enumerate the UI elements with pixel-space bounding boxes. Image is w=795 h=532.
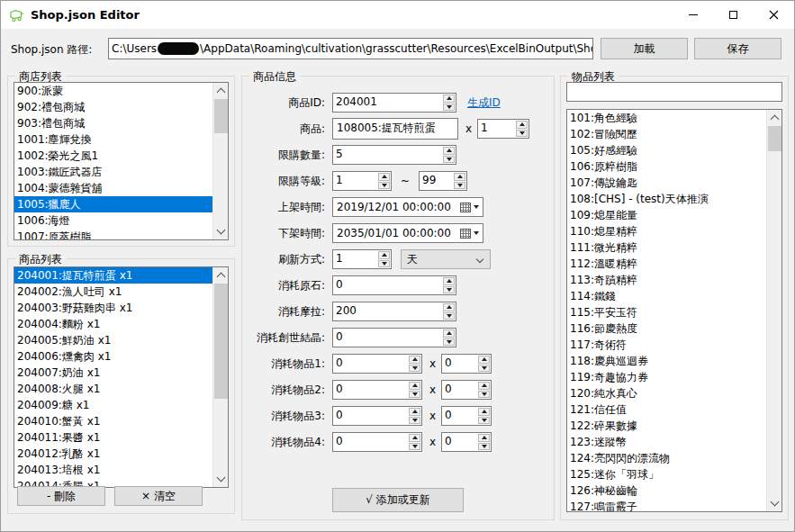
goods-listbox[interactable]: 204001:提瓦特煎蛋 x1204002:漁人吐司 x1204003:野菇雞肉… — [14, 266, 229, 488]
list-item[interactable]: 102:冒險閱歷 — [567, 126, 766, 142]
add-or-update-button[interactable]: √ 添加或更新 — [332, 488, 464, 512]
list-item[interactable]: 118:慶典巡迴券 — [567, 353, 766, 369]
list-item[interactable]: 204009:糖 x1 — [14, 397, 212, 413]
list-item[interactable]: 126:神秘齒輪 — [567, 482, 766, 499]
list-item[interactable]: 204010:蟹黃 x1 — [14, 413, 212, 429]
item-input[interactable]: 108005:提瓦特煎蛋 — [332, 118, 458, 140]
list-item[interactable]: 1004:蒙德雜貨舖 — [14, 180, 212, 196]
spin-down-button[interactable] — [454, 182, 465, 190]
list-item[interactable]: 113:奇蹟精粹 — [567, 272, 766, 288]
cost-item-4-id-spinner[interactable]: 0 — [332, 432, 422, 452]
level-max-spinner[interactable]: 99 — [419, 171, 467, 191]
spin-up-button[interactable] — [478, 382, 490, 390]
spin-up-button[interactable] — [409, 434, 420, 442]
list-item[interactable]: 204007:奶油 x1 — [14, 365, 212, 381]
list-item[interactable]: 120:純水真心 — [567, 385, 766, 401]
clear-goods-button[interactable]: × 清空 — [114, 486, 203, 506]
spin-up-button[interactable] — [443, 95, 455, 103]
cost-scoin-spinner[interactable]: 200 — [332, 302, 456, 321]
spin-down-button[interactable] — [409, 391, 420, 399]
spin-down-button[interactable] — [443, 286, 455, 294]
list-item[interactable]: 204012:乳酪 x1 — [14, 446, 212, 462]
list-item[interactable]: 903:禮包商城 — [14, 115, 212, 131]
spin-down-button[interactable] — [409, 417, 420, 425]
shop-listbox[interactable]: 900:派蒙902:禮包商城903:禮包商城1001:塵輝兌換1002:榮光之風… — [14, 82, 229, 240]
close-button[interactable] — [754, 1, 794, 29]
cost-item-4-count-spinner[interactable]: 0 — [441, 432, 492, 452]
cost-mcoin-spinner[interactable]: 0 — [332, 328, 456, 347]
cost-hcoin-spinner[interactable]: 0 — [332, 275, 456, 295]
minimize-button[interactable] — [673, 1, 713, 29]
spin-down-button[interactable] — [378, 260, 390, 268]
list-item[interactable]: 112:溫暖精粹 — [567, 256, 766, 272]
list-item[interactable]: 106:原粹樹脂 — [567, 158, 766, 175]
spin-down-button[interactable] — [516, 130, 528, 138]
list-item[interactable]: 119:奇趣協力券 — [567, 369, 766, 385]
spin-up-button[interactable] — [409, 408, 420, 416]
list-item[interactable]: 121:信任值 — [567, 401, 766, 418]
goods-id-spinner[interactable]: 204001 — [332, 93, 456, 113]
load-button[interactable]: 加載 — [601, 38, 688, 59]
spin-down-button[interactable] — [478, 391, 490, 399]
spin-down-button[interactable] — [478, 365, 490, 373]
cost-item-2-count-spinner[interactable]: 0 — [441, 380, 492, 400]
spin-up-button[interactable] — [443, 147, 455, 155]
list-item[interactable]: 111:微光精粹 — [567, 239, 766, 256]
cost-item-3-count-spinner[interactable]: 0 — [441, 406, 492, 426]
list-item[interactable]: 1002:榮光之風1 — [14, 148, 212, 164]
spin-down-button[interactable] — [478, 417, 490, 425]
refresh-count-spinner[interactable]: 1 — [332, 249, 392, 269]
spin-up-button[interactable] — [443, 277, 455, 285]
list-item[interactable]: 204006:燻禽肉 x1 — [14, 348, 212, 365]
item-list-scrollbar[interactable] — [766, 110, 781, 511]
list-item[interactable]: 204005:鮮奶油 x1 — [14, 332, 212, 348]
list-item[interactable]: 127:鳴雷霰子 — [567, 499, 766, 511]
list-item[interactable]: 105:好感經驗 — [567, 142, 766, 158]
spin-up-button[interactable] — [378, 173, 390, 181]
scrollbar-thumb[interactable] — [214, 99, 228, 133]
scroll-down-arrow-icon[interactable] — [767, 496, 782, 511]
path-input[interactable]: C:\Users \AppData\Roaming\cultivation\gr… — [108, 38, 593, 59]
list-item[interactable]: 1007:原萃樹脂 — [14, 229, 212, 239]
spin-down-button[interactable] — [409, 365, 420, 373]
spin-down-button[interactable] — [478, 443, 490, 451]
list-item[interactable]: 114:鐵錢 — [567, 288, 766, 304]
scroll-down-arrow-icon[interactable] — [213, 472, 229, 487]
save-button[interactable]: 保存 — [694, 38, 781, 59]
list-item[interactable]: 115:平安玉符 — [567, 304, 766, 320]
list-item[interactable]: 101:角色經驗 — [567, 110, 766, 126]
spin-down-button[interactable] — [443, 104, 455, 112]
list-item[interactable]: 1006:海燈 — [14, 212, 212, 229]
cost-item-2-id-spinner[interactable]: 0 — [332, 380, 422, 400]
level-min-spinner[interactable]: 1 — [332, 171, 392, 191]
spin-up-button[interactable] — [409, 382, 420, 390]
scrollbar-thumb[interactable] — [214, 284, 228, 399]
list-item[interactable]: 204008:火腿 x1 — [14, 381, 212, 397]
spin-up-button[interactable] — [478, 434, 490, 442]
cost-item-1-count-spinner[interactable]: 0 — [441, 354, 492, 374]
spin-up-button[interactable] — [443, 329, 455, 338]
delete-goods-button[interactable]: - 刪除 — [17, 486, 105, 506]
list-item[interactable]: 1005:獵鹿人 — [14, 196, 212, 212]
list-item[interactable]: 122:碎果數據 — [567, 418, 766, 434]
list-item[interactable]: 204001:提瓦特煎蛋 x1 — [14, 267, 212, 284]
scroll-up-arrow-icon[interactable] — [213, 267, 229, 283]
spin-up-button[interactable] — [478, 356, 490, 364]
end-time-picker[interactable]: 2035/01/01 00:00:00 — [332, 223, 483, 243]
list-item[interactable]: 108:[CHS] - (test)天体推演 — [567, 191, 766, 207]
list-item[interactable]: 116:節慶熱度 — [567, 320, 766, 337]
spin-up-button[interactable] — [443, 303, 455, 311]
list-item[interactable]: 1001:塵輝兌換 — [14, 131, 212, 148]
list-item[interactable]: 204013:培根 x1 — [14, 462, 212, 478]
spin-up-button[interactable] — [378, 251, 390, 259]
list-item[interactable]: 107:傳說鑰匙 — [567, 175, 766, 191]
list-item[interactable]: 124:亮閃閃的漂流物 — [567, 450, 766, 466]
maximize-button[interactable] — [713, 1, 754, 29]
spin-up-button[interactable] — [516, 121, 528, 129]
spin-down-button[interactable] — [443, 338, 455, 347]
generate-id-link[interactable]: 生成ID — [467, 95, 501, 111]
list-item[interactable]: 900:派蒙 — [14, 83, 212, 99]
spin-up-button[interactable] — [409, 356, 420, 364]
list-item[interactable]: 204002:漁人吐司 x1 — [14, 284, 212, 300]
spin-up-button[interactable] — [478, 408, 490, 416]
